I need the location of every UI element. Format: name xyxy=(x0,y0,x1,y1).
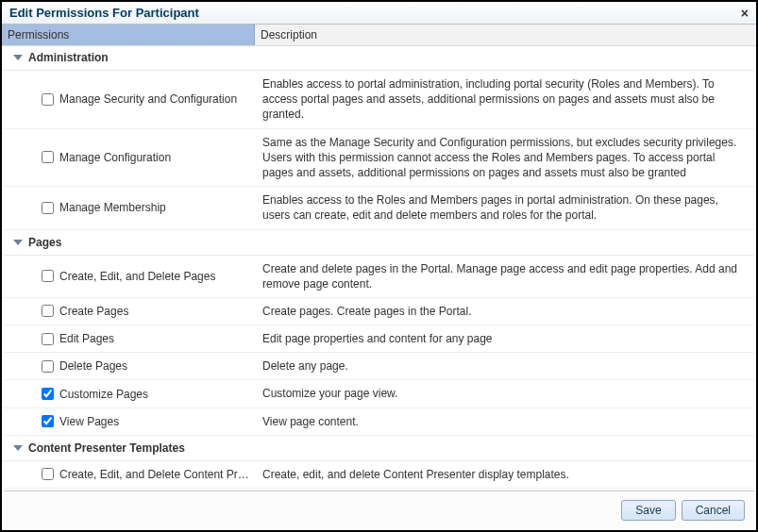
permission-cell: Create, Edit, and Delete Pages xyxy=(4,256,257,297)
dialog-footer: Save Cancel xyxy=(4,490,754,528)
permission-cell: Manage Configuration xyxy=(4,129,257,187)
collapse-icon[interactable] xyxy=(13,55,23,60)
group-header[interactable]: Pages xyxy=(4,230,754,256)
dialog-title-bar: Edit Permissions For Participant × xyxy=(2,2,756,25)
permission-checkbox[interactable] xyxy=(42,305,54,317)
group-label: Pages xyxy=(28,236,61,249)
permission-row: Delete PagesDelete any page. xyxy=(4,353,754,380)
permission-row: Manage MembershipEnables access to the R… xyxy=(4,187,754,229)
permission-cell: Manage Membership xyxy=(4,187,257,228)
permission-row: View PagesView page content. xyxy=(4,408,754,436)
permission-cell: Create Pages xyxy=(4,298,257,324)
save-button[interactable]: Save xyxy=(621,500,675,521)
permissions-scroll-area[interactable]: AdministrationManage Security and Config… xyxy=(4,45,754,489)
column-headers: Permissions Description xyxy=(2,25,756,46)
permission-cell: View Pages xyxy=(4,408,257,435)
permission-cell: Edit Pages xyxy=(4,325,257,352)
permission-checkbox[interactable] xyxy=(42,333,54,345)
permission-row: Create, Edit, and Delete Content Present… xyxy=(4,461,754,489)
collapse-icon[interactable] xyxy=(13,240,23,245)
permission-cell: Delete Pages xyxy=(4,353,257,379)
cancel-button[interactable]: Cancel xyxy=(682,500,745,521)
permission-row: Create, Edit, and Delete PagesCreate and… xyxy=(4,256,754,298)
permission-label: Create, Edit, and Delete Pages xyxy=(59,270,215,283)
permission-description: Enables access to the Roles and Members … xyxy=(257,187,754,228)
permission-description: Enables access to portal administration,… xyxy=(257,71,754,128)
permission-row: Customize PagesCustomize your page view. xyxy=(4,380,754,407)
group-header[interactable]: Administration xyxy=(4,45,754,71)
permission-row: Manage ConfigurationSame as the Manage S… xyxy=(4,129,754,188)
permission-checkbox[interactable] xyxy=(42,93,54,106)
permission-checkbox[interactable] xyxy=(42,202,54,214)
permission-label: Manage Security and Configuration xyxy=(59,92,237,106)
permission-label: Manage Membership xyxy=(59,201,166,214)
permission-description: Same as the Manage Security and Configur… xyxy=(257,129,754,187)
permission-label: View Pages xyxy=(59,415,119,428)
permission-description: Customize your page view. xyxy=(257,380,754,407)
group-label: Content Presenter Templates xyxy=(28,441,185,455)
collapse-icon[interactable] xyxy=(13,445,23,451)
permission-description: Delete any page. xyxy=(257,353,754,379)
permission-description: Edit page properties and content for any… xyxy=(257,325,754,352)
permission-cell: Manage Security and Configuration xyxy=(4,71,257,128)
permission-checkbox[interactable] xyxy=(42,360,54,373)
permission-label: Edit Pages xyxy=(59,332,114,345)
permission-description: Create pages. Create pages in the Portal… xyxy=(257,298,754,324)
close-icon[interactable]: × xyxy=(741,7,749,20)
permission-label: Create, Edit, and Delete Content Present… xyxy=(59,468,251,481)
column-header-permissions[interactable]: Permissions xyxy=(2,25,255,45)
permission-cell: Create, Edit, and Delete Content Present… xyxy=(4,461,257,488)
permission-description: Create and delete pages in the Portal. M… xyxy=(257,256,754,297)
permission-label: Manage Configuration xyxy=(59,151,171,164)
edit-permissions-dialog: Edit Permissions For Participant × Permi… xyxy=(0,0,758,532)
column-header-description[interactable]: Description xyxy=(255,25,756,45)
permission-checkbox[interactable] xyxy=(42,388,54,400)
permission-checkbox[interactable] xyxy=(42,415,54,427)
permission-label: Customize Pages xyxy=(59,388,148,401)
permission-row: Edit PagesEdit page properties and conte… xyxy=(4,325,754,353)
group-header[interactable]: Content Presenter Templates xyxy=(4,436,754,461)
permission-description: View page content. xyxy=(257,408,754,435)
dialog-title: Edit Permissions For Participant xyxy=(9,6,199,20)
permission-description: Create, edit, and delete Content Present… xyxy=(257,461,754,488)
permission-label: Delete Pages xyxy=(59,359,127,373)
permission-checkbox[interactable] xyxy=(42,270,54,282)
permission-checkbox[interactable] xyxy=(42,151,54,163)
permission-checkbox[interactable] xyxy=(42,468,54,480)
group-label: Administration xyxy=(28,51,109,64)
permission-row: Manage Security and ConfigurationEnables… xyxy=(4,71,754,129)
permission-row: Create PagesCreate pages. Create pages i… xyxy=(4,298,754,325)
permission-label: Create Pages xyxy=(59,305,128,318)
permission-cell: Customize Pages xyxy=(4,380,257,407)
